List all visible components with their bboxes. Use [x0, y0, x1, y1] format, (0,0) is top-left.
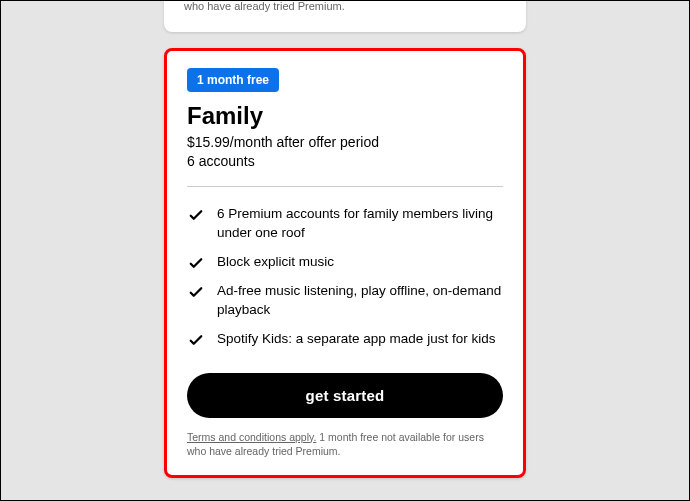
terms-text: Terms and conditions apply. 1 month free… — [187, 430, 503, 459]
get-started-button[interactable]: get started — [187, 373, 503, 418]
previous-plan-card-partial: who have already tried Premium. — [164, 0, 526, 32]
feature-item: Block explicit music — [187, 253, 503, 272]
feature-list: 6 Premium accounts for family members li… — [187, 205, 503, 349]
divider — [187, 186, 503, 187]
prev-terms-tail: who have already tried Premium. — [184, 0, 345, 12]
check-icon — [187, 331, 205, 349]
plan-accounts: 6 accounts — [187, 153, 503, 169]
terms-link[interactable]: Terms and conditions apply. — [187, 431, 316, 443]
check-icon — [187, 283, 205, 301]
feature-text: Spotify Kids: a separate app made just f… — [217, 330, 495, 349]
family-plan-card: 1 month free Family $15.99/month after o… — [164, 48, 526, 478]
offer-badge: 1 month free — [187, 68, 279, 92]
feature-item: 6 Premium accounts for family members li… — [187, 205, 503, 243]
feature-text: 6 Premium accounts for family members li… — [217, 205, 503, 243]
check-icon — [187, 206, 205, 224]
feature-text: Ad-free music listening, play offline, o… — [217, 282, 503, 320]
plan-price: $15.99/month after offer period — [187, 134, 503, 150]
check-icon — [187, 254, 205, 272]
feature-item: Spotify Kids: a separate app made just f… — [187, 330, 503, 349]
plan-name: Family — [187, 102, 503, 130]
feature-text: Block explicit music — [217, 253, 334, 272]
feature-item: Ad-free music listening, play offline, o… — [187, 282, 503, 320]
